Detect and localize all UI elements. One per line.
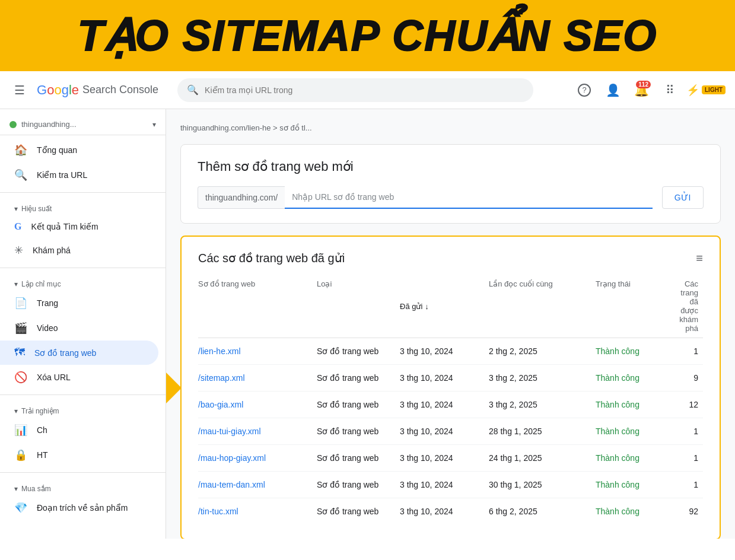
submitted-sitemaps-card: Các sơ đồ trang web đã gửi ≡ Sơ đồ trang… [180, 236, 721, 539]
sidebar-item-doantrivan[interactable]: 💎 Đoạn trích về sản phẩm [0, 495, 158, 520]
notifications-button[interactable]: 🔔 112 [629, 78, 653, 102]
expand-icon-3: ▾ [14, 407, 18, 415]
sidebar-label-ht: HT [37, 450, 48, 460]
header: ☰ Google Search Console 🔍 ? 👤 🔔 112 ⠿ ⚡ … [0, 71, 735, 109]
sidebar-item-sodohtrangweb[interactable]: 🗺 Sơ đồ trang web [0, 341, 158, 365]
row-lastread: 3 thg 2, 2025 [489, 373, 596, 383]
row-url: /mau-tem-dan.xml [198, 480, 317, 489]
col-header-url: Sơ đồ trang web [198, 279, 317, 333]
row-status: Thành công [596, 400, 679, 409]
row-submitted: 3 thg 10, 2024 [400, 346, 489, 356]
section-trainghiem[interactable]: ▾ Trải nghiệm [0, 400, 166, 418]
submitted-title: Các sơ đồ trang web đã gửi [198, 251, 345, 265]
row-submitted: 3 thg 10, 2024 [400, 507, 489, 516]
section-label-muasam: Mua sắm [21, 485, 51, 493]
section-lapchimuc[interactable]: ▾ Lập chỉ mục [0, 273, 166, 291]
row-lastread: 30 thg 1, 2025 [489, 480, 596, 489]
row-status: Thành công [596, 346, 679, 356]
sitemap-url-input[interactable] [285, 186, 653, 209]
submitted-title-row: Các sơ đồ trang web đã gửi ≡ [198, 251, 703, 265]
section-label-trainghiem: Trải nghiệm [21, 407, 59, 415]
video-icon: 🎬 [14, 322, 27, 335]
search-bar[interactable]: 🔍 [177, 78, 533, 102]
search-url-icon: 🔍 [14, 168, 27, 182]
sitemap-icon: 🗺 [14, 346, 25, 359]
sidebar-item-trang[interactable]: 📄 Trang [0, 291, 158, 316]
header-icons: ? 👤 🔔 112 ⠿ ⚡ LIGHT [572, 78, 726, 102]
table-row[interactable]: /sitemap.xml Sơ đồ trang web 3 thg 10, 2… [198, 365, 703, 392]
search-console-label: Search Console [82, 84, 158, 96]
section-muasam[interactable]: ▾ Mua sắm [0, 478, 166, 495]
sidebar-item-kiemtraurl[interactable]: 🔍 Kiểm tra URL [0, 163, 158, 187]
table-row[interactable]: /mau-tui-giay.xml Sơ đồ trang web 3 thg … [198, 418, 703, 445]
table-header: Sơ đồ trang web Loại Đã gửi ↓ Lần đọc cu… [198, 275, 703, 338]
row-submitted: 3 thg 10, 2024 [400, 480, 489, 489]
section-hieuSuat[interactable]: ▾ Hiệu suất [0, 198, 166, 215]
section-label-hieusuat: Hiệu suất [21, 205, 52, 213]
sidebar-label-tongquan: Tổng quan [37, 145, 77, 155]
sidebar-item-ketquatimkiem[interactable]: G Kết quả Tìm kiếm [0, 215, 158, 238]
table-row[interactable]: /bao-gia.xml Sơ đồ trang web 3 thg 10, 2… [198, 392, 703, 418]
submit-button[interactable]: GỬI [662, 186, 704, 209]
col-header-status: Trạng thái [596, 279, 679, 333]
sidebar-item-video[interactable]: 🎬 Video [0, 316, 158, 341]
site-selector[interactable]: thinguandhing... ▾ [0, 114, 166, 135]
menu-icon[interactable]: ☰ [9, 78, 30, 102]
mode-label: LIGHT [702, 85, 726, 94]
help-icon: ? [578, 84, 591, 97]
sidebar-label-ch: Ch [37, 425, 47, 435]
table-row[interactable]: /lien-he.xml Sơ đồ trang web 3 thg 10, 2… [198, 338, 703, 365]
row-pages: 9 [679, 373, 703, 383]
table-row[interactable]: /tin-tuc.xml Sơ đồ trang web 3 thg 10, 2… [198, 498, 703, 524]
apps-button[interactable]: ⠿ [658, 78, 682, 102]
chart-icon: 📊 [14, 424, 27, 437]
row-url: /tin-tuc.xml [198, 507, 317, 516]
sidebar-item-xoaurl[interactable]: 🚫 Xóa URL [0, 365, 158, 390]
section-label-lapchimuc: Lập chỉ mục [21, 280, 61, 288]
row-url: /bao-gia.xml [198, 400, 317, 409]
google-g-icon: G [14, 221, 21, 232]
add-sitemap-input-row: thinguandhing.com/ GỬI [198, 186, 704, 209]
search-icon: 🔍 [187, 84, 199, 96]
sidebar-item-ht[interactable]: 🔒 HT [0, 443, 158, 467]
table-row[interactable]: /mau-hop-giay.xml Sơ đồ trang web 3 thg … [198, 445, 703, 472]
row-lastread: 3 thg 2, 2025 [489, 400, 596, 409]
account-button[interactable]: 👤 [601, 78, 625, 102]
site-name: thinguandhing... [21, 120, 148, 129]
col-header-lastread: Lần đọc cuối cùng [489, 279, 596, 333]
row-submitted: 3 thg 10, 2024 [400, 427, 489, 436]
filter-icon[interactable]: ≡ [696, 252, 703, 265]
google-wordmark: Google [37, 82, 79, 98]
product-icon: 💎 [14, 501, 27, 514]
table-row[interactable]: /mau-tem-dan.xml Sơ đồ trang web 3 thg 1… [198, 472, 703, 498]
sidebar: thinguandhing... ▾ 🏠 Tổng quan 🔍 Kiểm tr… [0, 109, 166, 539]
col-submitted-label: Đã gửi [400, 302, 422, 311]
row-pages: 12 [679, 400, 703, 409]
layout: thinguandhing... ▾ 🏠 Tổng quan 🔍 Kiểm tr… [0, 109, 735, 539]
row-pages: 92 [679, 507, 703, 516]
row-url: /lien-he.xml [198, 346, 317, 356]
row-type: Sơ đồ trang web [317, 480, 400, 489]
sidebar-item-khampha[interactable]: ✳ Khám phá [0, 238, 158, 263]
sidebar-item-tonggquan[interactable]: 🏠 Tổng quan [0, 138, 158, 163]
row-type: Sơ đồ trang web [317, 453, 400, 463]
sidebar-item-ch[interactable]: 📊 Ch [0, 418, 158, 443]
row-submitted: 3 thg 10, 2024 [400, 373, 489, 383]
mode-switcher[interactable]: ⚡ LIGHT [686, 84, 726, 97]
logo: Google Search Console [37, 82, 158, 98]
row-lastread: 6 thg 2, 2025 [489, 507, 596, 516]
divider-4 [0, 472, 166, 473]
col-header-submitted[interactable]: Đã gửi ↓ [400, 279, 489, 333]
sidebar-label-xoaurl: Xóa URL [37, 373, 71, 382]
row-url: /mau-hop-giay.xml [198, 453, 317, 463]
site-status-dot [9, 121, 17, 128]
row-type: Sơ đồ trang web [317, 507, 400, 516]
sidebar-label-kiemtraurl: Kiểm tra URL [37, 170, 87, 180]
search-input[interactable] [205, 85, 524, 95]
help-button[interactable]: ? [572, 78, 596, 102]
notification-badge: 112 [636, 81, 651, 88]
apps-icon: ⠿ [666, 83, 674, 97]
sort-icon: ↓ [425, 302, 429, 311]
arrow-decoration [166, 370, 182, 406]
site-caret-icon: ▾ [152, 120, 156, 129]
